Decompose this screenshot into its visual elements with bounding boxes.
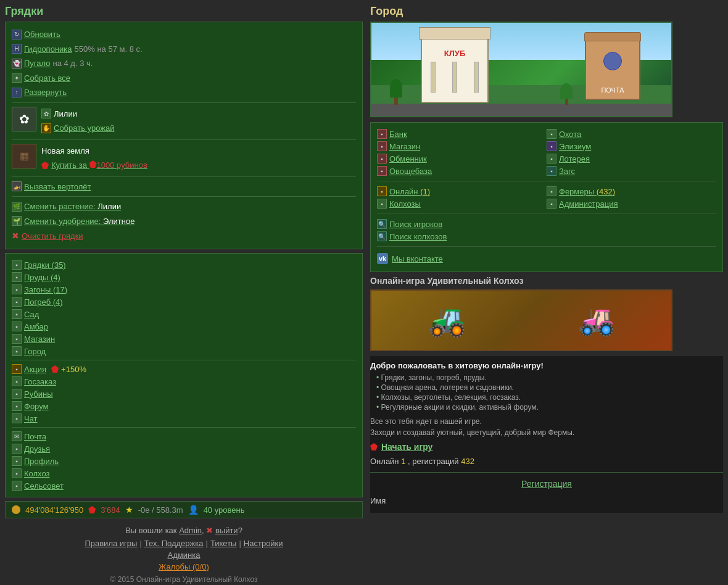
zags-row: ▪ Загс	[547, 165, 716, 177]
change-fert-link[interactable]: Сменить удобрение: Элитное	[24, 215, 134, 228]
online-icon: ▪	[377, 186, 387, 196]
admin-city-link[interactable]: Администрация	[559, 199, 618, 209]
close-icon-logout: ✖	[206, 526, 213, 535]
nav-beds-link[interactable]: Грядки (35)	[24, 260, 66, 270]
nav-barn-link[interactable]: Амбар	[24, 322, 48, 331]
adminpanel-link[interactable]: Админка	[168, 550, 201, 560]
ruby-icon-2	[89, 160, 97, 168]
copyright-line: © 2015 Онлайн-игра Удивительный Колхоз	[5, 575, 363, 584]
city-sep-3	[377, 246, 716, 247]
nav-cellar-icon: ▪	[12, 297, 22, 307]
community-cols: ▪ Онлайн (1) ▪ Колхозы ▪ Фермеры (432) ▪	[377, 185, 716, 210]
nav-friends-icon: ▪	[12, 444, 22, 454]
left-title: Грядки	[5, 5, 363, 18]
city-shop-icon: ▪	[377, 141, 387, 151]
vk-link[interactable]: Мы вконтакте	[392, 254, 443, 263]
bank-link[interactable]: Банк	[389, 130, 407, 139]
city-image: КЛУБ ПОЧТА	[370, 22, 672, 117]
nav-mail-link[interactable]: Почта	[24, 432, 46, 441]
hunt-link[interactable]: Охота	[559, 130, 581, 139]
clean-link[interactable]: Очистить грядки	[22, 230, 83, 243]
scarecrow-link[interactable]: Пугало	[24, 57, 51, 70]
change-fert-icon: 🌱	[12, 216, 22, 226]
nav-rubins-link[interactable]: Рубины	[24, 389, 53, 399]
city-sep-2	[377, 214, 716, 214]
settings-link[interactable]: Настройки	[244, 539, 283, 548]
search-players-link[interactable]: Поиск игроков	[389, 220, 442, 229]
lily-name: Лилии	[54, 108, 77, 120]
nav-shop-link[interactable]: Магазин	[24, 334, 55, 344]
city-col-2: ▪ Охота ▪ Элизиум ▪ Лотерея ▪ Загс	[547, 128, 716, 177]
post-sign: ПОЧТА	[586, 86, 639, 94]
reg-title: Регистрация	[370, 479, 723, 489]
nav-kolhoz-link[interactable]: Колхоз	[24, 469, 50, 478]
expand-link[interactable]: Развернуть	[24, 86, 67, 99]
online-row: ▪ Онлайн (1)	[377, 185, 547, 197]
lottery-link[interactable]: Лотерея	[559, 154, 590, 164]
kolhozy-link[interactable]: Колхозы	[389, 199, 421, 209]
heli-link[interactable]: Вызвать вертолёт	[24, 181, 91, 193]
nav-chat-link[interactable]: Чат	[24, 414, 38, 423]
kolhozy-row: ▪ Колхозы	[377, 197, 547, 210]
nav-pens-link[interactable]: Загоны (17)	[24, 285, 67, 294]
vk-icon: vk	[377, 253, 388, 264]
vegbase-icon: ▪	[377, 166, 387, 176]
tickets-link[interactable]: Тикеты	[210, 539, 237, 548]
online-link[interactable]: Онлайн (1)	[389, 187, 430, 196]
refresh-row: ↻ Обновить	[12, 27, 356, 42]
feature-list: Грядки, загоны, погреб, пруды. Овощная а…	[376, 373, 723, 412]
nav-rubins-icon: ▪	[12, 389, 22, 399]
nav-selsovet-link[interactable]: Сельсовет	[24, 481, 64, 491]
nav-garden-link[interactable]: Сад	[24, 310, 39, 319]
nav-promo-link[interactable]: Акция	[24, 365, 46, 374]
nav-barn: ▪ Амбар	[12, 320, 356, 333]
start-game-link[interactable]: Начать игру	[381, 442, 432, 452]
search-kolhoz-link[interactable]: Поиск колхозов	[389, 232, 447, 241]
land-title: Новая земля	[41, 145, 89, 157]
complaints-link[interactable]: Жалобы (0/0)	[159, 562, 209, 571]
nav-garden: ▪ Сад	[12, 308, 356, 320]
city-shop-link[interactable]: Магазин	[389, 142, 420, 151]
footer-links: Правила игры | Тех. Поддержка | Тикеты |…	[5, 539, 363, 548]
eliz-link[interactable]: Элизиум	[559, 142, 591, 151]
change-plant-icon: 🌿	[12, 202, 22, 212]
farmers-link[interactable]: Фермеры (432)	[559, 187, 615, 196]
nav-ponds: ▪ Пруды (4)	[12, 271, 356, 283]
refresh-icon: ↻	[12, 30, 22, 39]
lily-image	[12, 107, 36, 131]
nav-garden-icon: ▪	[12, 309, 22, 319]
zags-link[interactable]: Загс	[559, 167, 575, 176]
nav-forum-link[interactable]: Форум	[24, 402, 49, 411]
nav-chat: ▪ Чат	[12, 412, 356, 425]
club-building: КЛУБ	[421, 35, 489, 103]
nav-city-link[interactable]: Город	[24, 347, 46, 356]
nav-rubins: ▪ Рубины	[12, 388, 356, 400]
city-scene: КЛУБ ПОЧТА	[371, 23, 671, 116]
nav-cellar-link[interactable]: Погреб (4)	[24, 297, 63, 307]
collect-all-link[interactable]: Собрать все	[24, 72, 70, 85]
lottery-icon: ▪	[547, 154, 556, 164]
nav-friends-link[interactable]: Друзья	[24, 444, 50, 454]
post-building: ПОЧТА	[585, 38, 640, 100]
lily-harvest-link[interactable]: Собрать урожай	[54, 122, 114, 135]
buy-land-link[interactable]: Купить за 1000 рубинов	[51, 159, 147, 172]
support-link[interactable]: Тех. Поддержка	[144, 539, 204, 548]
expand-row: ↑ Развернуть	[12, 85, 356, 100]
nav-govorder-link[interactable]: Госзаказ	[24, 377, 56, 386]
tractor-icon: 🚜	[578, 303, 615, 338]
change-plant-link[interactable]: Сменить растение: Лилии	[24, 201, 121, 213]
exchanger-link[interactable]: Обменник	[389, 154, 427, 164]
nav-friends: ▪ Друзья	[12, 442, 356, 455]
admin-link[interactable]: Admin	[179, 526, 202, 535]
search-kolhoz-row: 🔍 Поиск колхозов	[377, 230, 716, 243]
nav-ponds-link[interactable]: Пруды (4)	[24, 273, 60, 282]
reg-link[interactable]: Регистрация	[521, 479, 572, 489]
nav-profile-link[interactable]: Профиль	[24, 457, 59, 466]
rules-link[interactable]: Правила игры	[85, 539, 137, 548]
vegbase-link[interactable]: Овощебаза	[389, 167, 432, 176]
refresh-link[interactable]: Обновить	[24, 28, 60, 41]
logout-link[interactable]: выйти	[215, 526, 238, 535]
lily-icon: ✿	[41, 109, 51, 118]
hydro-link[interactable]: Гидропоника	[24, 43, 72, 56]
exchanger-icon: ▪	[377, 154, 387, 164]
